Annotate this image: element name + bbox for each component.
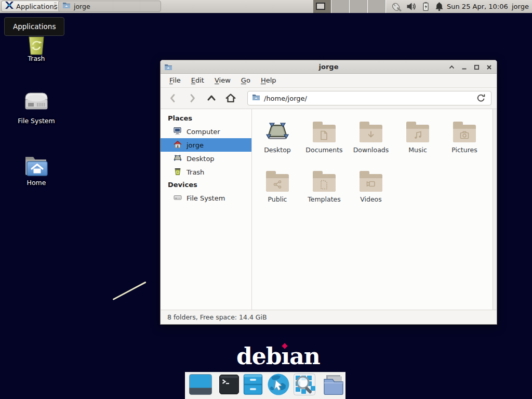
path-folder-icon: [252, 93, 260, 103]
file-label: Pictures: [451, 146, 477, 154]
notifications-icon[interactable]: [434, 1, 445, 12]
file-pictures[interactable]: Pictures: [441, 116, 488, 166]
menu-item-edit[interactable]: Edit: [186, 74, 209, 87]
window-titlebar[interactable]: jorge: [161, 60, 497, 74]
panel-username: jorge: [512, 0, 529, 13]
sidebar-header-devices: Devices: [161, 179, 251, 191]
file-desktop[interactable]: Desktop: [254, 116, 301, 166]
battery-icon[interactable]: [420, 1, 431, 12]
debian-wordmark: debıan: [236, 343, 320, 369]
menu-item-help[interactable]: Help: [256, 74, 282, 87]
file-label: Documents: [305, 146, 342, 154]
toolbar: /home/jorge/: [161, 88, 497, 109]
menu-item-file[interactable]: File: [164, 74, 186, 87]
menu-item-view[interactable]: View: [209, 74, 236, 87]
dock-launcher-show-desktop[interactable]: [189, 374, 212, 397]
sidebar-item-label: File System: [187, 194, 225, 202]
back-button[interactable]: [167, 92, 179, 104]
computer-icon: [173, 126, 182, 137]
shade-button[interactable]: [448, 63, 456, 71]
folder-public-icon: [265, 167, 290, 193]
vertical-scrollbar[interactable]: [493, 109, 497, 310]
workspace-pager: [313, 0, 386, 13]
file-label: Desktop: [264, 146, 291, 154]
sidebar-item-label: Desktop: [187, 155, 215, 163]
close-button[interactable]: [485, 63, 493, 71]
desktop-folder-icon: [265, 117, 290, 143]
file-label: Downloads: [353, 146, 389, 154]
refresh-button[interactable]: [475, 92, 487, 104]
menu-item-go[interactable]: Go: [236, 74, 256, 87]
folder-launcher-icon: [323, 374, 344, 397]
folder-window-icon: [62, 1, 71, 11]
sidebar-item-file-system[interactable]: File System: [161, 191, 251, 205]
taskbar-window-label: jorge: [74, 3, 90, 10]
file-label: Templates: [308, 195, 341, 203]
drive-desktop-icon: [24, 91, 49, 115]
file-public[interactable]: Public: [254, 166, 301, 215]
workspace-4[interactable]: [368, 0, 386, 13]
maximize-button[interactable]: [473, 63, 481, 71]
path-text[interactable]: /home/jorge/: [264, 95, 472, 102]
statusbar: 8 folders, Free space: 14.4 GiB: [161, 310, 497, 324]
desktop-icon-home[interactable]: [0, 154, 72, 180]
dock-launcher-file-cabinet[interactable]: [243, 374, 263, 397]
dock-launcher-terminal[interactable]: [219, 375, 239, 396]
xfce-logo-icon: [5, 1, 14, 11]
workspace-3[interactable]: [350, 0, 368, 13]
minimize-button[interactable]: [460, 63, 468, 71]
applications-tooltip-text: Applications: [13, 22, 56, 31]
dock-launcher-web-browser[interactable]: [267, 373, 290, 398]
path-bar[interactable]: /home/jorge/: [247, 91, 491, 105]
desktop-icon-file-system[interactable]: [0, 91, 73, 115]
top-panel: Applications jorge Sun 25 Apr, 10:06 jor…: [0, 0, 532, 13]
file-manager-window: jorge FileEditViewGoHelp /home/jorge/ Pl…: [160, 60, 497, 325]
launcher-dock: [185, 372, 345, 399]
sidebar-item-trash[interactable]: Trash: [161, 165, 251, 179]
volume-icon[interactable]: [406, 1, 417, 12]
window-title: jorge: [161, 63, 497, 71]
panel-handle[interactable]: [54, 3, 57, 10]
folder-documents-icon: [312, 117, 337, 143]
home-button[interactable]: [225, 92, 236, 104]
places-sidebar: PlacesComputerjorgeDesktopTrashDevicesFi…: [161, 109, 252, 310]
file-templates[interactable]: Templates: [301, 166, 348, 215]
file-cabinet-icon: [243, 374, 263, 397]
taskbar-window-button[interactable]: jorge: [58, 1, 161, 12]
panel-clock[interactable]: Sun 25 Apr, 10:06: [447, 0, 508, 13]
sidebar-item-jorge[interactable]: jorge: [161, 138, 251, 152]
applications-menu-button[interactable]: Applications: [1, 1, 61, 12]
home-desktop-icon: [23, 154, 49, 180]
menubar: FileEditViewGoHelp: [161, 74, 497, 88]
applications-menu-label: Applications: [16, 3, 57, 10]
file-label: Videos: [360, 195, 382, 203]
up-button[interactable]: [206, 92, 217, 104]
file-grid: DesktopDocumentsDownloadsMusicPicturesPu…: [252, 109, 493, 310]
file-label: Public: [268, 195, 287, 203]
sidebar-item-computer[interactable]: Computer: [161, 125, 251, 138]
file-music[interactable]: Music: [394, 116, 441, 166]
folder-music-icon: [405, 117, 430, 143]
terminal-icon: [219, 375, 239, 396]
folder-pictures-icon: [452, 117, 477, 143]
file-videos[interactable]: Videos: [348, 166, 394, 215]
app-finder-icon: [294, 374, 315, 397]
workspace-2[interactable]: [331, 0, 350, 13]
web-browser-icon: [267, 373, 290, 398]
file-documents[interactable]: Documents: [301, 116, 348, 166]
applications-tooltip: Applications: [4, 17, 64, 36]
file-label: Music: [408, 146, 427, 154]
dock-launcher-folder-launcher[interactable]: [323, 374, 344, 397]
statusbar-text: 8 folders, Free space: 14.4 GiB: [167, 313, 267, 321]
drive-small-icon: [173, 193, 182, 204]
input-device-icon[interactable]: [391, 1, 402, 12]
sidebar-item-desktop[interactable]: Desktop: [161, 152, 251, 165]
home-small-icon: [173, 140, 182, 151]
forward-button[interactable]: [187, 92, 198, 104]
file-downloads[interactable]: Downloads: [348, 116, 394, 166]
dock-launcher-app-finder[interactable]: [294, 374, 315, 397]
workspace-1[interactable]: [313, 0, 331, 13]
pager-window-preview: [316, 3, 325, 10]
sidebar-item-label: Trash: [187, 168, 204, 176]
debian-red-dot: ı: [282, 343, 290, 369]
